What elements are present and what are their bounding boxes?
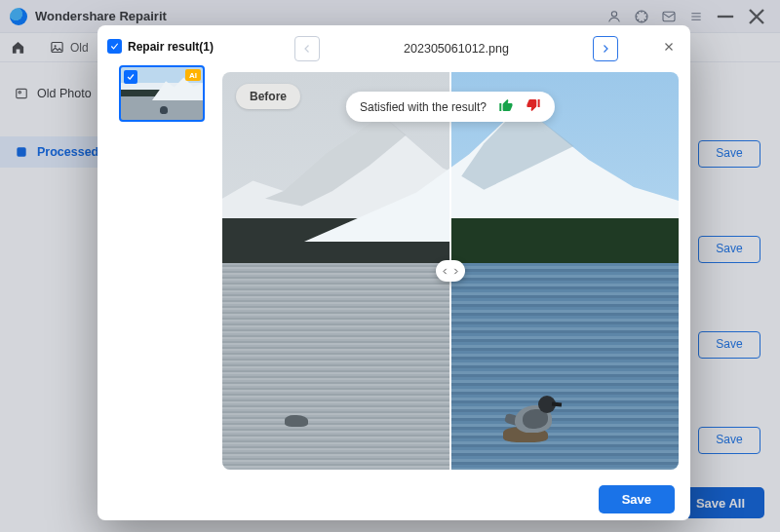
after-pane	[450, 72, 679, 470]
repair-result-label: Repair result(1)	[128, 40, 214, 54]
thumbs-up-icon[interactable]	[498, 97, 514, 116]
before-badge: Before	[236, 84, 300, 109]
compare-slider-handle[interactable]	[436, 260, 465, 282]
result-thumbnail[interactable]: AI	[119, 65, 205, 122]
modal-header: 202305061012.png	[222, 25, 690, 72]
modal-main: 202305061012.png Before Satisfied	[222, 25, 690, 520]
prev-button[interactable]	[294, 36, 320, 61]
thumb-checkbox-icon[interactable]	[124, 70, 137, 84]
next-button[interactable]	[593, 36, 618, 61]
feedback-bar: Satisfied with the result?	[346, 92, 555, 122]
before-pane	[222, 72, 450, 470]
bird-illustration	[509, 390, 564, 433]
thumbs-down-icon[interactable]	[526, 97, 541, 116]
before-after-preview[interactable]: Before Satisfied with the result?	[222, 72, 679, 470]
modal-footer: Save	[222, 477, 690, 520]
modal-sidebar: Repair result(1) AI	[98, 25, 222, 520]
ai-badge: AI	[185, 69, 201, 81]
checkbox-checked-icon	[107, 39, 122, 54]
save-button[interactable]: Save	[599, 485, 675, 513]
preview-modal: Repair result(1) AI 202305061012.png	[98, 25, 690, 520]
feedback-question: Satisfied with the result?	[360, 100, 487, 114]
repair-result-toggle[interactable]: Repair result(1)	[107, 39, 216, 54]
filename-label: 202305061012.png	[404, 42, 509, 56]
